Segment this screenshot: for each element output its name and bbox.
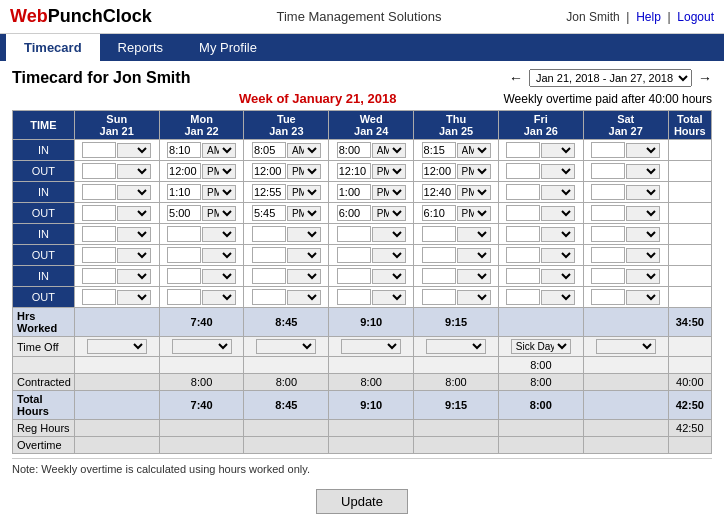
input-fri-in4[interactable]: [506, 268, 540, 284]
tab-timecard[interactable]: Timecard: [6, 34, 100, 61]
input-thu-in1[interactable]: [422, 142, 456, 158]
ampm-mon-out4[interactable]: AMPM: [202, 290, 236, 305]
input-mon-in1[interactable]: [167, 142, 201, 158]
ampm-fri-in2[interactable]: AMPM: [541, 185, 575, 200]
select-sun-timeoff[interactable]: [87, 339, 147, 354]
ampm-sat-in2[interactable]: AMPM: [626, 185, 660, 200]
input-thu-out1[interactable]: [422, 163, 456, 179]
input-sun-in4[interactable]: [82, 268, 116, 284]
input-wed-out4[interactable]: [337, 289, 371, 305]
ampm-sun-out4[interactable]: AMPM: [117, 290, 151, 305]
input-tue-out3[interactable]: [252, 247, 286, 263]
select-sat-timeoff[interactable]: [596, 339, 656, 354]
input-tue-in4[interactable]: [252, 268, 286, 284]
next-week-button[interactable]: →: [698, 70, 712, 86]
ampm-sat-in3[interactable]: AMPM: [626, 227, 660, 242]
ampm-sun-in1[interactable]: AMPM: [117, 143, 151, 158]
ampm-fri-in3[interactable]: AMPM: [541, 227, 575, 242]
input-thu-in2[interactable]: [422, 184, 456, 200]
prev-week-button[interactable]: ←: [509, 70, 523, 86]
tab-reports[interactable]: Reports: [100, 34, 182, 61]
ampm-sat-out2[interactable]: AMPM: [626, 206, 660, 221]
ampm-mon-out2[interactable]: PMAM: [202, 206, 236, 221]
input-sat-out3[interactable]: [591, 247, 625, 263]
input-sun-out1[interactable]: [82, 163, 116, 179]
input-sun-out2[interactable]: [82, 205, 116, 221]
ampm-sat-out4[interactable]: AMPM: [626, 290, 660, 305]
ampm-tue-out1[interactable]: PMAM: [287, 164, 321, 179]
ampm-sat-out1[interactable]: AMPM: [626, 164, 660, 179]
input-fri-out1[interactable]: [506, 163, 540, 179]
ampm-mon-in4[interactable]: AMPM: [202, 269, 236, 284]
ampm-mon-out1[interactable]: PMAM: [202, 164, 236, 179]
input-mon-in2[interactable]: [167, 184, 201, 200]
input-sat-out2[interactable]: [591, 205, 625, 221]
ampm-tue-out2[interactable]: PMAM: [287, 206, 321, 221]
ampm-wed-in1[interactable]: AMPM: [372, 143, 406, 158]
input-sun-out3[interactable]: [82, 247, 116, 263]
ampm-fri-in1[interactable]: AMPM: [541, 143, 575, 158]
ampm-wed-in2[interactable]: PMAM: [372, 185, 406, 200]
input-sun-out4[interactable]: [82, 289, 116, 305]
input-sat-in4[interactable]: [591, 268, 625, 284]
input-tue-out1[interactable]: [252, 163, 286, 179]
input-sun-in2[interactable]: [82, 184, 116, 200]
select-fri-timeoff[interactable]: Sick Day: [511, 339, 571, 354]
logout-link[interactable]: Logout: [677, 10, 714, 24]
ampm-tue-out4[interactable]: AMPM: [287, 290, 321, 305]
input-fri-out3[interactable]: [506, 247, 540, 263]
input-mon-out3[interactable]: [167, 247, 201, 263]
input-tue-in1[interactable]: [252, 142, 286, 158]
ampm-sun-out3[interactable]: AMPM: [117, 248, 151, 263]
help-link[interactable]: Help: [636, 10, 661, 24]
ampm-mon-in1[interactable]: AMPM: [202, 143, 236, 158]
input-wed-in1[interactable]: [337, 142, 371, 158]
input-wed-out1[interactable]: [337, 163, 371, 179]
ampm-sat-in4[interactable]: AMPM: [626, 269, 660, 284]
input-sat-in3[interactable]: [591, 226, 625, 242]
input-sat-out1[interactable]: [591, 163, 625, 179]
input-wed-in2[interactable]: [337, 184, 371, 200]
ampm-wed-in3[interactable]: AMPM: [372, 227, 406, 242]
input-mon-out2[interactable]: [167, 205, 201, 221]
input-sat-out4[interactable]: [591, 289, 625, 305]
input-thu-in3[interactable]: [422, 226, 456, 242]
ampm-tue-in2[interactable]: PMAM: [287, 185, 321, 200]
ampm-fri-out1[interactable]: AMPM: [541, 164, 575, 179]
ampm-sat-out3[interactable]: AMPM: [626, 248, 660, 263]
input-mon-out4[interactable]: [167, 289, 201, 305]
input-mon-in4[interactable]: [167, 268, 201, 284]
ampm-thu-in4[interactable]: AMPM: [457, 269, 491, 284]
input-wed-in3[interactable]: [337, 226, 371, 242]
input-wed-out2[interactable]: [337, 205, 371, 221]
input-wed-out3[interactable]: [337, 247, 371, 263]
input-sat-in2[interactable]: [591, 184, 625, 200]
input-thu-out4[interactable]: [422, 289, 456, 305]
ampm-mon-in2[interactable]: PMAM: [202, 185, 236, 200]
week-select[interactable]: Jan 21, 2018 - Jan 27, 2018: [529, 69, 692, 87]
input-thu-in4[interactable]: [422, 268, 456, 284]
input-fri-in1[interactable]: [506, 142, 540, 158]
input-tue-out2[interactable]: [252, 205, 286, 221]
ampm-thu-out2[interactable]: PMAM: [457, 206, 491, 221]
input-fri-out4[interactable]: [506, 289, 540, 305]
input-sat-in1[interactable]: [591, 142, 625, 158]
ampm-thu-in2[interactable]: PMAM: [457, 185, 491, 200]
ampm-sat-in1[interactable]: AMPM: [626, 143, 660, 158]
ampm-sun-out1[interactable]: AMPM: [117, 164, 151, 179]
update-button[interactable]: Update: [316, 489, 408, 514]
ampm-wed-out3[interactable]: AMPM: [372, 248, 406, 263]
ampm-mon-out3[interactable]: AMPM: [202, 248, 236, 263]
ampm-thu-in3[interactable]: AMPM: [457, 227, 491, 242]
input-fri-in3[interactable]: [506, 226, 540, 242]
input-mon-in3[interactable]: [167, 226, 201, 242]
ampm-mon-in3[interactable]: AMPM: [202, 227, 236, 242]
input-thu-out2[interactable]: [422, 205, 456, 221]
ampm-fri-out3[interactable]: AMPM: [541, 248, 575, 263]
input-fri-in2[interactable]: [506, 184, 540, 200]
ampm-thu-out1[interactable]: PMAM: [457, 164, 491, 179]
ampm-wed-out1[interactable]: PMAM: [372, 164, 406, 179]
select-thu-timeoff[interactable]: [426, 339, 486, 354]
select-wed-timeoff[interactable]: [341, 339, 401, 354]
ampm-sun-out2[interactable]: AMPM: [117, 206, 151, 221]
